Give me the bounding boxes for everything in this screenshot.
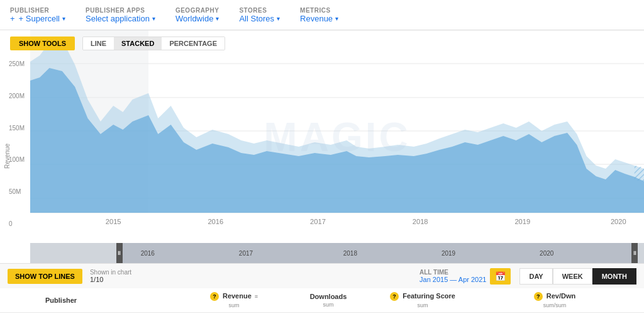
svg-text:2019: 2019 xyxy=(514,218,530,225)
revenue-sort-icon[interactable]: ≡ xyxy=(255,293,258,300)
publisher-apps-label: PUBLISHER APPS xyxy=(86,7,155,14)
all-time-label: ALL TIME xyxy=(419,269,486,276)
scrubber-label-2020: 2020 xyxy=(540,250,553,257)
metrics-dropdown[interactable]: Revenue ▾ xyxy=(300,14,338,23)
geography-group: GEOGRAPHY Worldwide ▾ xyxy=(175,7,219,23)
chart-toolbar: SHOW TOOLS LINE STACKED PERCENTAGE xyxy=(0,33,235,54)
all-time-section: ALL TIME Jan 2015 — Apr 2021 📅 DAY WEEK … xyxy=(419,268,636,285)
geography-value: Worldwide xyxy=(175,14,213,23)
scrubber-label-2019: 2019 xyxy=(441,250,455,257)
metrics-value: Revenue xyxy=(300,14,333,23)
shown-label: Shown in chart xyxy=(90,269,131,276)
bottom-bar: SHOW TOP LINES Shown in chart 1/10 ALL T… xyxy=(0,263,644,288)
plus-icon: + xyxy=(10,14,15,23)
table-row: 👁 Supercell All Stores 🌐 WW (60 Countrie… xyxy=(0,313,644,316)
apps-chevron-icon: ▾ xyxy=(152,15,155,22)
publisher-apps-dropdown[interactable]: Select application ▾ xyxy=(86,14,155,23)
metrics-chevron-icon: ▾ xyxy=(335,15,338,22)
scrubber-handle-right[interactable]: ⏸ xyxy=(631,243,638,263)
y-label-0: 0 xyxy=(9,220,25,227)
chart-type-group: LINE STACKED PERCENTAGE xyxy=(82,37,225,50)
chart-svg: 2015 2016 2017 2018 2019 2020 xyxy=(30,30,644,232)
col-featuring-header: ? Featuring Score sum xyxy=(372,292,473,308)
month-button[interactable]: MONTH xyxy=(592,268,636,285)
col-revenue-header: ? Revenue ≡ sum xyxy=(184,292,284,308)
shown-in-chart: Shown in chart 1/10 xyxy=(90,269,131,283)
left-handle-icon: ⏸ xyxy=(116,250,122,256)
scrubber-active xyxy=(116,243,638,263)
featuring-question-icon: ? xyxy=(390,292,399,301)
col-downloads-header: Downloads sum xyxy=(284,293,372,308)
all-time-info: ALL TIME Jan 2015 — Apr 2021 xyxy=(419,269,486,283)
svg-text:2015: 2015 xyxy=(106,218,121,225)
week-button[interactable]: WEEK xyxy=(553,268,592,285)
col-publisher-header: Publisher xyxy=(45,296,184,304)
y-label-250m: 250M xyxy=(9,60,25,67)
revdwn-question-icon: ? xyxy=(534,292,543,301)
y-label-100m: 100M xyxy=(9,156,25,163)
stacked-button[interactable]: STACKED xyxy=(114,37,162,50)
geography-chevron-icon: ▾ xyxy=(216,15,219,22)
table-header: Publisher ? Revenue ≡ sum Downloads sum … xyxy=(0,288,644,313)
scrubber-label-2018: 2018 xyxy=(343,250,357,257)
metrics-group: METRICS Revenue ▾ xyxy=(300,7,338,23)
scrubber-label-2017: 2017 xyxy=(239,250,253,257)
show-top-lines-button[interactable]: SHOW TOP LINES xyxy=(8,269,82,284)
calendar-button[interactable]: 📅 xyxy=(490,268,511,285)
y-label-50m: 50M xyxy=(9,188,25,195)
stores-label: STORES xyxy=(239,7,280,14)
day-button[interactable]: DAY xyxy=(519,268,552,285)
scrubber[interactable]: ⏸ ⏸ 2016 2017 2018 2019 2020 xyxy=(30,243,644,263)
geography-label: GEOGRAPHY xyxy=(175,7,219,14)
chart-area: SHOW TOOLS LINE STACKED PERCENTAGE Reven… xyxy=(0,30,644,263)
show-tools-button[interactable]: SHOW TOOLS xyxy=(10,37,75,50)
line-button[interactable]: LINE xyxy=(83,37,114,50)
col-revdwn-header: ? Rev/Dwn sum/sum xyxy=(473,292,636,308)
stores-group: STORES All Stores ▾ xyxy=(239,7,280,23)
date-range: Jan 2015 — Apr 2021 xyxy=(419,276,486,283)
publisher-dropdown[interactable]: + + Supercell ▾ xyxy=(10,14,65,23)
shown-value: 1/10 xyxy=(90,276,131,283)
time-period-group: DAY WEEK MONTH xyxy=(519,268,636,285)
metrics-label: METRICS xyxy=(300,7,338,14)
y-label-150m: 150M xyxy=(9,125,25,132)
y-label-200m: 200M xyxy=(9,93,25,99)
percentage-button[interactable]: PERCENTAGE xyxy=(162,37,225,50)
revenue-question-icon: ? xyxy=(210,292,219,301)
publisher-label: PUBLISHER xyxy=(10,7,65,14)
publisher-apps-group: PUBLISHER APPS Select application ▾ xyxy=(86,7,155,23)
stores-value: All Stores xyxy=(239,14,274,23)
chart-hatch xyxy=(635,166,644,181)
scrubber-label-2016: 2016 xyxy=(141,250,155,257)
publisher-apps-value: Select application xyxy=(86,14,150,23)
y-axis-labels: 250M 200M 150M 100M 50M 0 xyxy=(9,60,25,227)
chart-svg-container: MAGIC 2015 2016 xyxy=(30,30,644,244)
svg-text:2020: 2020 xyxy=(611,218,626,225)
stores-dropdown[interactable]: All Stores ▾ xyxy=(239,14,280,23)
publisher-group: PUBLISHER + + Supercell ▾ xyxy=(10,7,65,23)
publisher-chevron-icon: ▾ xyxy=(62,15,65,22)
geography-dropdown[interactable]: Worldwide ▾ xyxy=(175,14,219,23)
svg-text:2018: 2018 xyxy=(413,218,428,225)
svg-text:2016: 2016 xyxy=(208,218,223,225)
right-handle-icon: ⏸ xyxy=(632,250,638,256)
header: PUBLISHER + + Supercell ▾ PUBLISHER APPS… xyxy=(0,0,644,30)
publisher-value: + Supercell xyxy=(19,14,60,23)
svg-text:2017: 2017 xyxy=(310,218,326,225)
stores-chevron-icon: ▾ xyxy=(277,15,280,22)
scrubber-handle-left[interactable]: ⏸ xyxy=(116,243,123,263)
